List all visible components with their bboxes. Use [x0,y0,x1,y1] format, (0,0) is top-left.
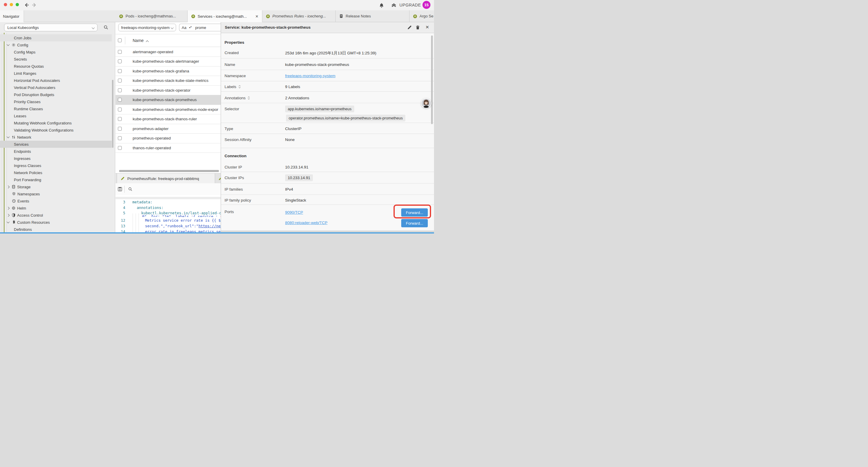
search-input[interactable]: Aa ▪* prome [179,24,221,31]
sidebar-item-network[interactable]: Network [0,134,112,141]
sidebar-item-ingress-classes[interactable]: Ingress Classes [0,162,112,169]
sidebar-item-storage[interactable]: Storage [0,183,112,191]
notification-badge[interactable]: 15 [423,1,430,9]
row-checkbox[interactable] [118,88,122,92]
services-list-pane: freeleaps-monitoring-system Aa ▪* prome … [116,22,221,233]
sidebar-item-helm[interactable]: Helm [0,205,112,212]
detail-scrollbar[interactable] [431,35,433,124]
row-checkbox[interactable] [118,127,122,130]
sidebar-item-secrets[interactable]: Secrets [0,56,112,63]
tab-services[interactable]: Services - icecheng@math... ✕ [188,10,262,22]
row-checkbox[interactable] [118,108,122,111]
traffic-light-zoom[interactable] [16,3,19,6]
sidebar-item-mutating-webhook-configurations[interactable]: Mutating Webhook Configurations [0,119,112,126]
table-row[interactable]: kube-prometheus-stack-kube-state-metrics [116,76,221,86]
sidebar-item-services[interactable]: Services [0,141,112,148]
table-row[interactable]: thanos-ruler-operated [116,143,221,153]
match-case-toggle[interactable]: Aa [182,25,186,30]
tab-prometheus-rules[interactable]: Prometheus Rules - icecheng... [262,10,336,22]
tab-label: Release Notes [346,14,371,18]
sidebar-item-definitions[interactable]: Definitions [0,226,112,233]
table-row[interactable]: kube-prometheus-stack-alertmanager [116,57,221,66]
sidebar-item-port-forwarding[interactable]: Port Forwarding [0,176,112,183]
bell-icon[interactable] [379,2,384,8]
row-checkbox[interactable] [118,146,122,150]
port-link-8080[interactable]: 8080:reloader-web/TCP [285,221,327,225]
table-row[interactable]: kube-prometheus-stack-operator [116,85,221,95]
row-checkbox[interactable] [118,136,122,140]
helm-icon [11,206,16,210]
edit-icon[interactable] [407,25,412,30]
find-icon[interactable] [128,187,133,192]
row-checkbox[interactable] [118,79,122,83]
upgrade-button[interactable]: UPGRADE [391,2,421,8]
namespace-select[interactable]: freeleaps-monitoring-system [118,24,176,31]
tab-argo[interactable]: Argo Se [409,10,434,22]
sidebar-item-priority-classes[interactable]: Priority Classes [0,98,112,105]
sort-ascending-icon[interactable] [146,40,149,43]
save-icon[interactable] [118,187,122,192]
tab-release-notes[interactable]: Release Notes [336,10,409,22]
sidebar-item-limit-ranges[interactable]: Limit Ranges [0,70,112,77]
port-link-9090[interactable]: 9090/TCP [285,210,303,214]
horizontal-scrollbar[interactable] [119,170,219,172]
sidebar-item-pod-disruption-budgets[interactable]: Pod Disruption Budgets [0,91,112,98]
sidebar-item-config-maps[interactable]: Config Maps [0,49,112,56]
sidebar-item-events[interactable]: Events [0,198,112,205]
row-checkbox[interactable] [118,117,122,121]
sidebar-item-resource-quotas[interactable]: Resource Quotas [0,63,112,70]
layers-icon [12,192,16,196]
highlight-annotation [394,205,431,218]
editor-tab-prometheusrule[interactable]: PrometheusRule: freeleaps-prod-rabbitmq [117,174,215,183]
code-line: 12Metrics service error rate is {{ $va [116,218,221,224]
forward-icon[interactable] [32,2,37,8]
table-row[interactable]: kube-prometheus-stack-prometheus-node-ex… [116,105,221,114]
expand-collapse-icon[interactable] [238,85,241,89]
regex-toggle[interactable]: ▪* [189,25,192,30]
row-checkbox[interactable] [118,69,122,73]
delete-icon[interactable] [415,25,421,30]
kubeconfig-select[interactable]: Local Kubeconfigs [4,24,97,31]
traffic-light-close[interactable] [4,3,7,6]
tab-pods[interactable]: Pods - icecheng@mathmas... [116,10,188,22]
table-row[interactable]: kube-prometheus-stack-grafana [116,66,221,76]
table-row-selected[interactable]: kube-prometheus-stack-prometheus [116,95,221,105]
tab-navigator[interactable]: Navigator [0,10,24,22]
sidebar-scrollbar[interactable] [112,80,114,148]
close-icon[interactable]: ✕ [426,25,430,30]
sidebar-item-namespaces[interactable]: Namespaces [0,191,112,198]
close-icon[interactable]: ✕ [255,14,258,19]
table-row[interactable]: prometheus-adapter [116,124,221,134]
row-checkbox[interactable] [118,50,122,54]
select-all-checkbox[interactable] [118,38,122,42]
sidebar-item-cron-jobs[interactable]: Cron Jobs [0,34,112,41]
row-checkbox[interactable] [118,59,122,63]
avatar[interactable] [421,98,431,109]
back-icon[interactable] [24,2,29,8]
sidebar-item-network-policies[interactable]: Network Policies [0,169,112,176]
sidebar-item-vertical-pod-autoscalers[interactable]: Vertical Pod Autoscalers [0,84,112,91]
table-row[interactable]: kube-prometheus-stack-thanos-ruler [116,114,221,124]
sidebar-item-leases[interactable]: Leases [0,112,112,119]
sidebar-item-endpoints[interactable]: Endpoints [0,148,112,155]
yaml-editor[interactable]: 3metadata: 4annotations: 5kubectl.kubern… [116,199,221,233]
expand-collapse-icon[interactable] [247,96,250,100]
traffic-light-minimize[interactable] [10,3,13,6]
column-header-name[interactable]: Name [133,38,144,43]
row-checkbox[interactable] [118,98,122,102]
code-link[interactable]: https://net [198,224,221,228]
shield-icon [11,213,16,217]
sidebar-item-custom-resources[interactable]: Custom Resources [0,219,112,226]
namespace-link[interactable]: freeleaps-monitoring-system [285,74,335,78]
search-icon[interactable] [103,25,108,30]
table-row[interactable]: alertmanager-operated [116,47,221,57]
table-row[interactable]: prometheus-operated [116,134,221,143]
sidebar-item-config[interactable]: Config [0,41,112,49]
sidebar-item-validating-webhook-configurations[interactable]: Validating Webhook Configurations [0,126,112,134]
editor-tab-partial[interactable] [218,174,221,183]
forward-button-8080[interactable]: Forward... [401,219,428,227]
sidebar-item-ingresses[interactable]: Ingresses [0,155,112,162]
sidebar-item-horizontal-pod-autoscalers[interactable]: Horizontal Pod Autoscalers [0,77,112,84]
sidebar-item-runtime-classes[interactable]: Runtime Classes [0,105,112,112]
sidebar-item-access-control[interactable]: Access Control [0,212,112,219]
